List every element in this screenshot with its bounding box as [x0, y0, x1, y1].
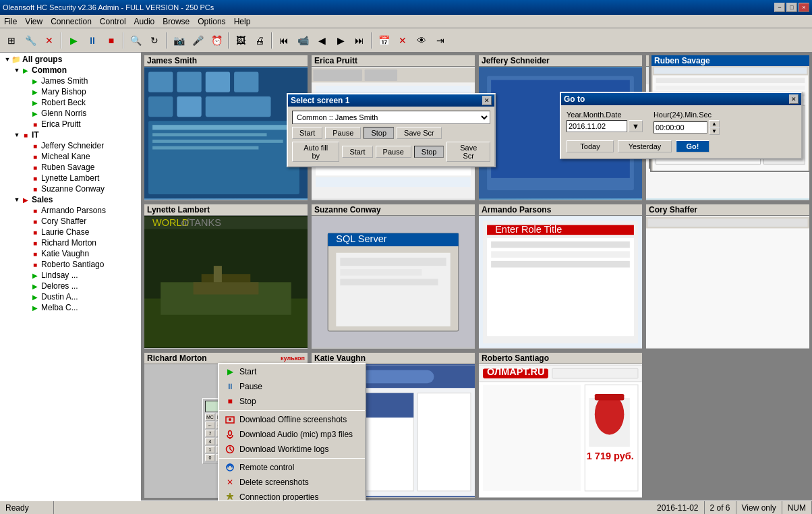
stop-button[interactable]: ■: [103, 32, 120, 49]
screen-jeffery[interactable]: Jeffery Schneider: [477, 54, 643, 202]
calc-8[interactable]: 8: [216, 430, 226, 437]
sidebar-item-richard[interactable]: ■ Richard Morton: [20, 237, 140, 248]
screen-glenn-norris-top[interactable]: Glenn Norris ✕: [649, 54, 811, 169]
sidebar-all-groups[interactable]: ▼ 📁 All groups: [1, 54, 140, 65]
sidebar-item-jeffery[interactable]: ■ Jeffery Schneider: [20, 140, 140, 151]
sidebar-item-delores[interactable]: ▶ Delores ...: [20, 281, 140, 291]
menu-file[interactable]: File: [0, 16, 21, 28]
menu-options[interactable]: Options: [194, 16, 229, 28]
calc-dot[interactable]: .: [227, 454, 237, 461]
expander-it[interactable]: ▼: [12, 130, 22, 140]
sidebar-item-dustin[interactable]: ▶ Dustin A...: [20, 291, 140, 302]
screen-suzanne[interactable]: Suzanne Conway SQL Server: [310, 203, 476, 351]
remove-button[interactable]: ✕: [40, 32, 58, 49]
screen-roberto[interactable]: Roberto Santiago ОЛМАРТ.RU: [477, 351, 643, 499]
calc-3[interactable]: 3: [227, 446, 237, 453]
add-button[interactable]: 🔧: [22, 32, 39, 49]
calc-c[interactable]: C: [227, 422, 237, 429]
screen-james-smith[interactable]: James Smith: [143, 54, 309, 202]
screen-cory-content: [646, 216, 809, 349]
sidebar-item-roberto[interactable]: ■ Roberto Santiago: [20, 259, 140, 270]
sidebar-item-james-smith[interactable]: ▶ James Smith: [20, 76, 140, 86]
sidebar-item-cory[interactable]: ■ Cory Shaffer: [20, 216, 140, 227]
prev-chapter-button[interactable]: ⏮: [275, 32, 293, 49]
prev-button[interactable]: ◀: [313, 32, 330, 49]
next-button[interactable]: ▶: [332, 32, 349, 49]
calc-6[interactable]: 6: [227, 438, 237, 445]
menu-view[interactable]: View: [21, 16, 47, 28]
screen-erica-pruitt[interactable]: Erica Pruitt: [310, 54, 476, 202]
sidebar-item-melba[interactable]: ▶ Melba C...: [20, 302, 140, 313]
sidebar-item-ruben[interactable]: ■ Ruben Savage: [20, 162, 140, 173]
calc-sub[interactable]: −: [237, 446, 247, 453]
calc-9[interactable]: 9: [227, 430, 237, 437]
search-button[interactable]: 🔍: [127, 32, 144, 49]
calc-4[interactable]: 4: [205, 438, 215, 445]
close-button[interactable]: ×: [799, 3, 809, 12]
calc-2[interactable]: 2: [216, 446, 226, 453]
next-chapter-button[interactable]: ⏭: [351, 32, 368, 49]
sidebar-item-lindsay[interactable]: ▶ Lindsay ...: [20, 270, 140, 281]
print-button[interactable]: 🖨: [251, 32, 268, 49]
calc-sqrt[interactable]: √: [237, 422, 247, 429]
mic-button[interactable]: 🎤: [189, 32, 206, 49]
screen-katie[interactable]: Katie Vaughn: [310, 351, 476, 499]
sidebar-item-lynette[interactable]: ■ Lynette Lambert: [20, 173, 140, 183]
minimize-button[interactable]: −: [774, 3, 785, 12]
sidebar-group-sales[interactable]: ▼ ▶ Sales: [11, 194, 140, 205]
calc-0[interactable]: 0: [205, 454, 215, 461]
screen-glenn-close[interactable]: ✕: [800, 56, 807, 65]
sidebar-group-common[interactable]: ▼ ▶ Common: [11, 65, 140, 76]
calc-mplus[interactable]: M+: [237, 413, 247, 421]
eye-button[interactable]: 👁: [413, 32, 430, 49]
all-groups-button[interactable]: ⊞: [3, 32, 20, 49]
screen-button[interactable]: 📷: [170, 32, 187, 49]
expander-all[interactable]: ▼: [3, 55, 12, 64]
delete-x-button[interactable]: ✕: [394, 32, 411, 49]
calc-div[interactable]: /: [237, 430, 247, 437]
toolbar-separator-4: [228, 32, 229, 49]
alarm-button[interactable]: ⏰: [208, 32, 225, 49]
calc-mul[interactable]: ×: [237, 438, 247, 445]
expander-common[interactable]: ▼: [12, 65, 22, 75]
sidebar-item-micheal[interactable]: ■ Micheal Kane: [20, 151, 140, 162]
spacer-14: [22, 238, 31, 248]
expander-sales[interactable]: ▼: [12, 195, 22, 204]
calc-mc[interactable]: MC: [205, 413, 215, 421]
calc-5[interactable]: 5: [216, 438, 226, 445]
sidebar-item-katie[interactable]: ■ Katie Vaughn: [20, 248, 140, 259]
sidebar-group-it[interactable]: ▼ ■ IT: [11, 130, 140, 140]
play-button[interactable]: ▶: [65, 32, 82, 49]
sidebar-item-armando[interactable]: ■ Armando Parsons: [20, 205, 140, 216]
calc-ce[interactable]: CE: [216, 422, 226, 429]
screen-lynette[interactable]: Lynette Lambert WORLD ofTANKS: [143, 203, 309, 351]
sidebar-item-laurie[interactable]: ■ Laurie Chase: [20, 227, 140, 237]
screenshot-save-button[interactable]: 🖼: [232, 32, 250, 49]
sidebar-item-erica-pruitt[interactable]: ■ Erica Pruitt: [20, 119, 140, 130]
calc-mr[interactable]: MR: [216, 413, 226, 421]
menu-connection[interactable]: Connection: [47, 16, 96, 28]
video-button[interactable]: 📹: [294, 32, 312, 49]
menu-audio[interactable]: Audio: [130, 16, 159, 28]
calc-7[interactable]: 7: [205, 430, 215, 437]
calc-add[interactable]: +: [237, 454, 247, 461]
menu-help[interactable]: Help: [230, 16, 255, 28]
screen-armando[interactable]: Armando Parsons Enter Role Title: [477, 203, 643, 351]
calc-pm[interactable]: +/-: [216, 454, 226, 461]
sidebar-item-mary-bishop[interactable]: ▶ Mary Bishop: [20, 86, 140, 97]
sidebar-item-glenn-norris[interactable]: ▶ Glenn Norris: [20, 108, 140, 119]
calc-1[interactable]: 1: [205, 446, 215, 453]
screen-richard[interactable]: Richard Morton кулькоп 161 MC MR MS M+ ←…: [143, 351, 309, 499]
calc-ms[interactable]: MS: [227, 413, 237, 421]
refresh-button[interactable]: ↻: [146, 32, 163, 49]
menu-browse[interactable]: Browse: [158, 16, 194, 28]
export-button[interactable]: ⇥: [432, 32, 449, 49]
screen-cory[interactable]: Cory Shaffer: [645, 203, 811, 351]
menu-control[interactable]: Control: [96, 16, 130, 28]
sidebar-item-suzanne[interactable]: ■ Suzanne Conway: [20, 183, 140, 194]
calc-back[interactable]: ←: [205, 422, 215, 429]
maximize-button[interactable]: □: [786, 3, 797, 12]
calendar-button[interactable]: 📅: [375, 32, 393, 49]
sidebar-item-robert-beck[interactable]: ▶ Robert Beck: [20, 97, 140, 108]
pause-button[interactable]: ⏸: [84, 32, 101, 49]
